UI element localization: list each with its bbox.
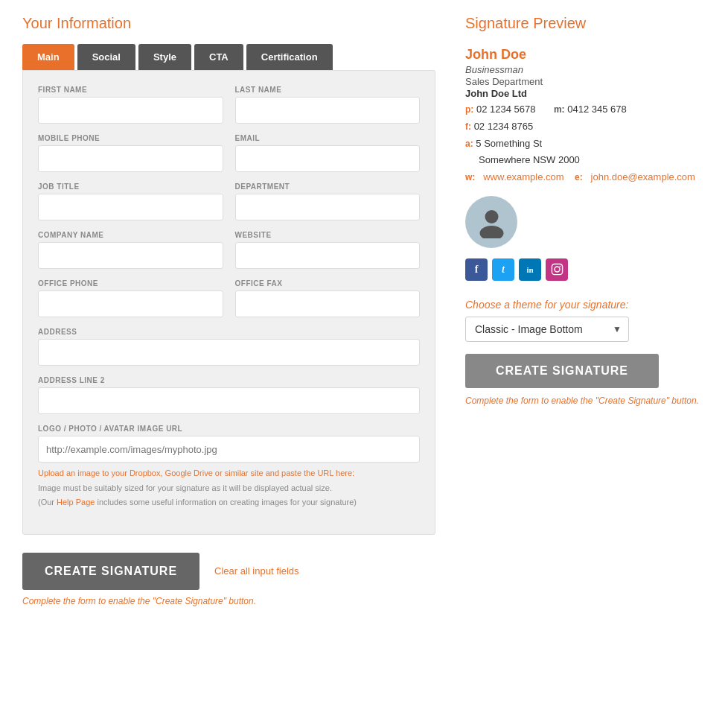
address-line-2-input[interactable] [38,387,420,414]
upload-hint-3: (Our Help Page includes some useful info… [38,496,420,509]
sig-email-label: e: [575,172,583,182]
sig-address-line2: Somewhere NSW 2000 [465,153,706,168]
avatar-icon [475,205,508,238]
row-address2: ADDRESS LINE 2 [38,376,420,414]
left-column: Your Information Main Social Style CTA C… [22,15,435,606]
label-first-name: FIRST NAME [38,86,223,94]
group-logo-url: LOGO / PHOTO / AVATAR IMAGE URL Upload a… [38,425,420,509]
upload-hint-2: Image must be suitably sized for your si… [38,482,420,495]
group-department: DEPARTMENT [235,182,421,220]
facebook-icon[interactable]: f [465,258,488,281]
theme-label: Choose a theme for your signature: [465,299,706,311]
svg-point-0 [485,210,498,223]
tab-style[interactable]: Style [138,44,191,70]
row-office-phone-fax: OFFICE PHONE OFFICE FAX [38,279,420,317]
sig-mobile-value: 0412 345 678 [567,104,627,115]
group-mobile-phone: MOBILE PHONE [38,134,223,172]
mobile-phone-input[interactable] [38,145,223,172]
group-company-name: COMPANY NAME [38,231,223,269]
sig-address-value2: Somewhere NSW 2000 [479,154,580,165]
bottom-section: CREATE SIGNATURE Clear all input fields [22,553,435,590]
sig-department: Sales Department [465,76,706,87]
sig-phone-line: p: 02 1234 5678 m: 0412 345 678 [465,102,706,118]
row-address: ADDRESS [38,328,420,366]
label-office-fax: OFFICE FAX [235,279,421,288]
theme-section: Choose a theme for your signature: Class… [465,299,706,406]
sig-fax-value: 02 1234 8765 [474,121,534,132]
sig-email-value[interactable]: john.doe@example.com [591,171,695,182]
office-fax-input[interactable] [235,290,421,317]
theme-select-wrapper: Classic - Image Bottom Classic - Image T… [465,317,629,342]
department-input[interactable] [235,194,421,220]
label-department: DEPARTMENT [235,182,421,191]
svg-point-4 [559,266,561,267]
group-website: WEBSITE [235,231,421,269]
label-website: WEBSITE [235,231,421,239]
logo-url-input[interactable] [38,436,420,463]
group-email: EMAIL [235,134,421,172]
row-job-dept: JOB TITLE DEPARTMENT [38,182,420,220]
tab-cta[interactable]: CTA [194,44,243,70]
group-address: ADDRESS [38,328,420,366]
row-company-website: COMPANY NAME WEBSITE [38,231,420,269]
address-input[interactable] [38,339,420,366]
tab-main[interactable]: Main [22,44,74,70]
upload-hint-1: Upload an image to your Dropbox, Google … [38,467,420,480]
group-first-name: FIRST NAME [38,86,223,124]
sig-mobile-label: m: [554,104,565,115]
label-company-name: COMPANY NAME [38,231,223,239]
sig-web-email-line: w: www.example.com e: john.doe@example.c… [465,170,706,185]
svg-rect-2 [552,264,562,275]
signature-preview: John Doe Businessman Sales Department Jo… [465,47,706,281]
label-logo-url: LOGO / PHOTO / AVATAR IMAGE URL [38,425,420,433]
twitter-icon[interactable]: t [492,258,514,281]
row-logo: LOGO / PHOTO / AVATAR IMAGE URL Upload a… [38,425,420,509]
your-information-title: Your Information [22,15,435,32]
sig-web-value[interactable]: www.example.com [483,171,563,182]
create-signature-button[interactable]: CREATE SIGNATURE [465,354,659,388]
complete-msg-bottom: Complete the form to enable the "Create … [22,596,435,606]
label-address: ADDRESS [38,328,420,336]
sig-company: John Doe Ltd [465,88,706,99]
group-job-title: JOB TITLE [38,182,223,220]
group-office-phone: OFFICE PHONE [38,279,223,317]
label-job-title: JOB TITLE [38,182,223,191]
group-office-fax: OFFICE FAX [235,279,421,317]
website-input[interactable] [235,242,421,269]
sig-avatar [465,196,517,248]
signature-preview-title: Signature Preview [465,15,706,32]
tabs-container: Main Social Style CTA Certification [22,44,435,70]
tab-social[interactable]: Social [77,44,135,70]
group-last-name: LAST NAME [235,86,421,124]
sig-address-value: 5 Something St [476,138,542,149]
label-email: EMAIL [235,134,421,142]
social-icons: f t in [465,258,706,281]
theme-select[interactable]: Classic - Image Bottom Classic - Image T… [465,317,629,342]
label-last-name: LAST NAME [235,86,421,94]
form-panel: FIRST NAME LAST NAME MOBILE PHONE EMAIL [22,70,435,535]
label-office-phone: OFFICE PHONE [38,279,223,288]
instagram-icon[interactable] [546,258,568,281]
last-name-input[interactable] [235,97,421,124]
sig-address-line: a: 5 Something St [465,136,706,152]
sig-address-label: a: [465,139,473,149]
sig-phone-label: p: [465,104,473,115]
clear-all-link[interactable]: Clear all input fields [214,565,298,577]
first-name-input[interactable] [38,97,223,124]
office-phone-input[interactable] [38,290,223,317]
complete-msg-right: Complete the form to enable the "Create … [465,396,706,406]
linkedin-icon[interactable]: in [519,258,541,281]
svg-point-3 [554,267,559,272]
email-input[interactable] [235,145,421,172]
job-title-input[interactable] [38,194,223,220]
company-name-input[interactable] [38,242,223,269]
tab-certification[interactable]: Certification [246,44,333,70]
sig-job-title: Businessman [465,64,706,75]
sig-phone-value: 02 1234 5678 [476,104,536,115]
help-page-link[interactable]: Help Page [57,498,95,507]
row-name: FIRST NAME LAST NAME [38,86,420,124]
group-address-line-2: ADDRESS LINE 2 [38,376,420,414]
svg-point-1 [479,226,503,238]
label-mobile-phone: MOBILE PHONE [38,134,223,142]
create-signature-button-bottom[interactable]: CREATE SIGNATURE [22,553,199,590]
